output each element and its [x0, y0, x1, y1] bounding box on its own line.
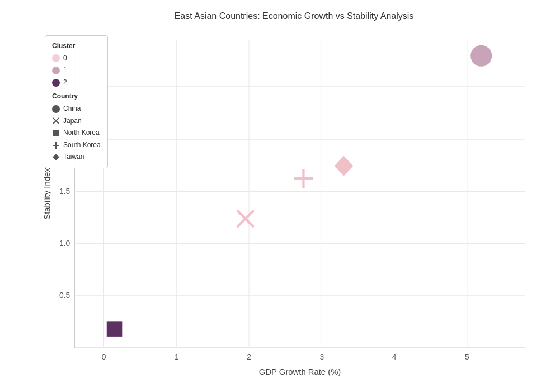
legend-cluster-0-label: 0: [63, 53, 67, 65]
svg-point-29: [52, 67, 60, 74]
svg-text:5: 5: [465, 353, 469, 361]
legend-country-south-korea-label: South Korea: [63, 139, 101, 152]
svg-point-31: [52, 105, 60, 113]
chart-legend: Cluster 0 1 2 Country China: [45, 35, 108, 168]
x-axis-label: GDP Growth Rate (%): [259, 367, 341, 376]
legend-country-china-label: China: [63, 103, 81, 115]
svg-point-28: [52, 54, 60, 62]
svg-text:0: 0: [102, 353, 106, 361]
chart-title: East Asian Countries: Economic Growth vs…: [39, 11, 549, 21]
svg-text:1.5: 1.5: [59, 187, 70, 196]
svg-text:1.0: 1.0: [59, 239, 70, 248]
svg-marker-37: [53, 154, 59, 160]
legend-country-taiwan: Taiwan: [52, 151, 101, 163]
svg-text:4: 4: [392, 353, 397, 361]
legend-country-north-korea: North Korea: [52, 127, 101, 139]
legend-country-north-korea-label: North Korea: [63, 127, 100, 139]
legend-country-taiwan-label: Taiwan: [63, 151, 84, 163]
data-point-north-korea: [107, 321, 123, 337]
legend-country-china: China: [52, 103, 101, 115]
legend-country-japan-label: Japan: [63, 115, 82, 127]
svg-text:1: 1: [175, 353, 179, 361]
legend-cluster-title: Cluster: [52, 40, 101, 53]
svg-text:0.5: 0.5: [59, 291, 70, 300]
data-point-south-korea: [294, 169, 313, 188]
data-point-taiwan: [335, 156, 354, 176]
legend-cluster-1-label: 1: [63, 64, 67, 77]
legend-country-south-korea: South Korea: [52, 139, 101, 152]
legend-country-title: Country: [52, 91, 101, 103]
data-point-japan: [237, 210, 254, 227]
legend-cluster-0: 0: [52, 53, 101, 65]
legend-cluster-2-label: 2: [63, 77, 67, 89]
scatter-plot: 0 1 2 3 4 5 0.5 1.0 1.5 2.0 2.5 GDP Grow…: [39, 27, 549, 379]
legend-country-japan: Japan: [52, 115, 101, 127]
chart-container: East Asian Countries: Economic Growth vs…: [0, 0, 560, 392]
legend-cluster-2: 2: [52, 77, 101, 89]
svg-point-30: [52, 79, 60, 87]
data-point-china: [470, 45, 492, 67]
chart-area: 0 1 2 3 4 5 0.5 1.0 1.5 2.0 2.5 GDP Grow…: [39, 27, 549, 379]
svg-rect-34: [53, 130, 59, 136]
y-axis-label: Stability Index: [43, 168, 51, 220]
svg-text:2: 2: [247, 353, 251, 361]
legend-cluster-1: 1: [52, 64, 101, 77]
svg-text:3: 3: [319, 353, 324, 361]
